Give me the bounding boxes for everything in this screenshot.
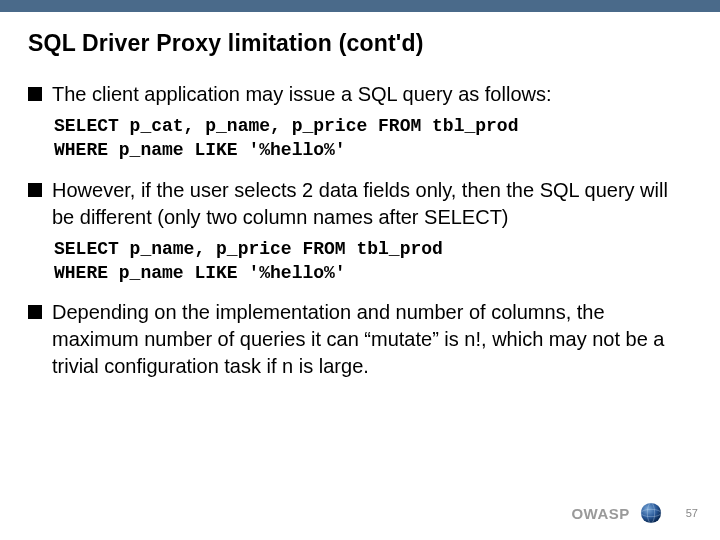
slide-title: SQL Driver Proxy limitation (cont'd) [28,30,692,57]
top-accent-bar [0,0,720,12]
square-bullet-icon [28,183,42,197]
square-bullet-icon [28,87,42,101]
slide-footer: OWASP 57 [571,502,698,524]
bullet-text-3: Depending on the implementation and numb… [52,299,692,380]
bullet-3: Depending on the implementation and numb… [28,299,692,380]
bullet-text-2: However, if the user selects 2 data fiel… [52,177,692,231]
bullet-2: However, if the user selects 2 data fiel… [28,177,692,231]
code-block-2: SELECT p_name, p_price FROM tbl_prod WHE… [54,237,692,286]
page-number: 57 [686,507,698,519]
owasp-brand-label: OWASP [571,505,629,522]
slide-body: SQL Driver Proxy limitation (cont'd) The… [0,12,720,380]
bullet-1: The client application may issue a SQL q… [28,81,692,108]
bullet-block-2: However, if the user selects 2 data fiel… [28,177,692,286]
bullet-block-3: Depending on the implementation and numb… [28,299,692,380]
bullet-text-1: The client application may issue a SQL q… [52,81,552,108]
code-block-1: SELECT p_cat, p_name, p_price FROM tbl_p… [54,114,692,163]
svg-point-0 [641,503,661,523]
square-bullet-icon [28,305,42,319]
bullet-block-1: The client application may issue a SQL q… [28,81,692,163]
owasp-globe-icon [640,502,662,524]
